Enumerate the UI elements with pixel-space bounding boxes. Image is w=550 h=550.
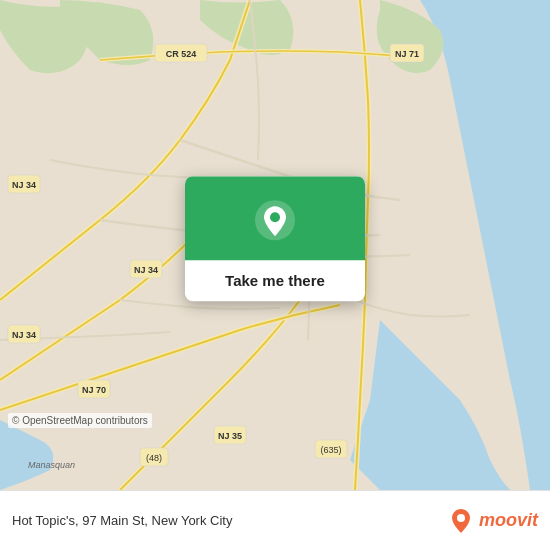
svg-text:(48): (48): [146, 453, 162, 463]
map-attribution: © OpenStreetMap contributors: [8, 413, 152, 428]
svg-text:NJ 70: NJ 70: [82, 385, 106, 395]
svg-text:NJ 35: NJ 35: [218, 431, 242, 441]
svg-text:NJ 34: NJ 34: [12, 180, 36, 190]
map-view[interactable]: CR 524 NJ 71 NJ 34 NJ 34 NJ 34 NJ 71 NJ …: [0, 0, 550, 490]
svg-point-23: [270, 212, 280, 222]
svg-text:NJ 34: NJ 34: [134, 265, 158, 275]
moovit-brand-text: moovit: [479, 510, 538, 531]
svg-text:CR 524: CR 524: [166, 49, 197, 59]
svg-point-24: [457, 514, 465, 522]
location-pin-icon: [253, 198, 297, 242]
svg-text:(635): (635): [320, 445, 341, 455]
location-address: Hot Topic's, 97 Main St, New York City: [12, 513, 437, 528]
card-header: [185, 176, 365, 260]
svg-text:NJ 34: NJ 34: [12, 330, 36, 340]
bottom-info-bar: Hot Topic's, 97 Main St, New York City m…: [0, 490, 550, 550]
navigation-card[interactable]: Take me there: [185, 176, 365, 301]
moovit-logo: moovit: [447, 507, 538, 535]
moovit-logo-icon: [447, 507, 475, 535]
svg-text:NJ 71: NJ 71: [395, 49, 419, 59]
take-me-there-button[interactable]: Take me there: [209, 260, 341, 301]
svg-text:Manasquan: Manasquan: [28, 460, 75, 470]
